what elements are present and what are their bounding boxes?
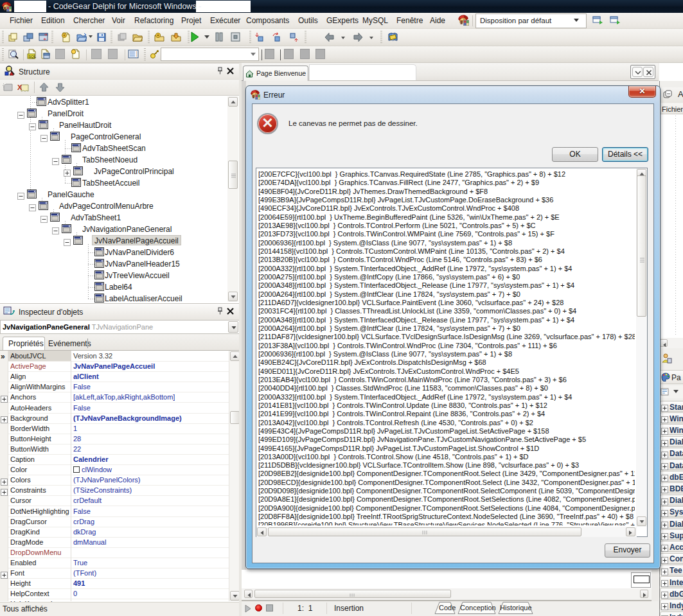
svg-text:X: X	[17, 84, 22, 91]
svg-text:SQL: SQL	[28, 55, 37, 58]
